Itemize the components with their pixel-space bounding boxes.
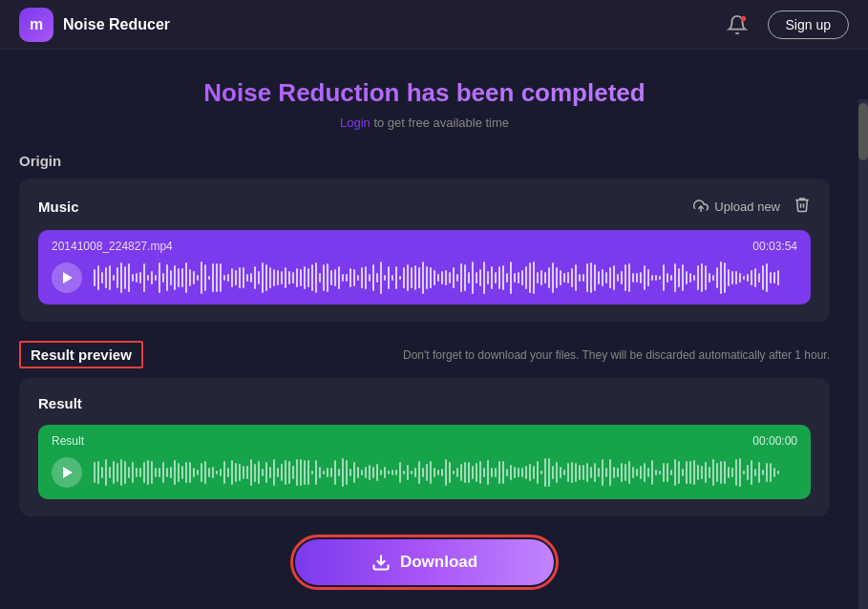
notification-icon[interactable] xyxy=(722,10,752,40)
origin-filename: 20141008_224827.mp4 xyxy=(52,240,173,253)
completion-title: Noise Reduction has been completed xyxy=(19,78,830,108)
app-name: Noise Reducer xyxy=(63,16,170,33)
play-icon xyxy=(63,272,73,284)
origin-audio-player: 20141008_224827.mp4 00:03:54 xyxy=(38,230,811,304)
app-logo: m xyxy=(19,8,53,42)
result-preview-header: Result preview Don't forget to download … xyxy=(19,341,830,368)
download-icon xyxy=(371,553,391,572)
header-right: Sign up xyxy=(722,10,849,40)
header: m Noise Reducer Sign up xyxy=(0,0,868,50)
result-duration: 00:00:00 xyxy=(752,434,797,448)
download-button[interactable]: Download xyxy=(295,539,554,585)
download-area: Download xyxy=(19,539,830,585)
origin-duration: 00:03:54 xyxy=(752,240,797,253)
upload-new-button[interactable]: Upload new xyxy=(693,199,780,214)
discard-notice: Don't forget to download your files. The… xyxy=(403,348,830,362)
header-left: m Noise Reducer xyxy=(19,8,170,42)
audio-card-actions: Upload new xyxy=(693,196,811,217)
origin-play-button[interactable] xyxy=(52,262,82,293)
delete-icon[interactable] xyxy=(794,196,811,217)
scrollbar[interactable] xyxy=(858,99,868,609)
result-waveform xyxy=(94,455,797,490)
origin-player-controls xyxy=(52,261,797,295)
svg-point-0 xyxy=(740,15,746,21)
download-label: Download xyxy=(400,553,477,572)
result-audio-player: Result 00:00:00 xyxy=(38,425,811,499)
origin-audio-card: Music Upload new xyxy=(19,178,830,322)
result-sub-label: Result xyxy=(52,434,84,448)
result-player-controls xyxy=(52,455,797,490)
result-preview-label: Result preview xyxy=(19,341,143,368)
origin-card-title: Music xyxy=(38,199,79,215)
sign-up-button[interactable]: Sign up xyxy=(768,10,849,39)
result-play-button[interactable] xyxy=(52,457,82,488)
origin-audio-meta: 20141008_224827.mp4 00:03:54 xyxy=(52,240,797,253)
origin-waveform xyxy=(94,261,797,295)
login-link[interactable]: Login xyxy=(340,116,370,130)
play-icon-result xyxy=(63,467,73,478)
result-card-header: Result xyxy=(38,395,811,411)
origin-label: Origin xyxy=(19,153,830,169)
upload-icon xyxy=(693,199,709,214)
result-audio-card: Result Result 00:00:00 xyxy=(19,378,830,516)
scrollbar-thumb[interactable] xyxy=(858,103,868,160)
result-audio-meta: Result 00:00:00 xyxy=(52,434,797,448)
login-prompt: Login to get free available time xyxy=(19,116,830,130)
audio-card-header: Music Upload new xyxy=(38,196,811,217)
result-card-title: Result xyxy=(38,395,82,411)
main-content: Noise Reduction has been completed Login… xyxy=(0,50,858,609)
